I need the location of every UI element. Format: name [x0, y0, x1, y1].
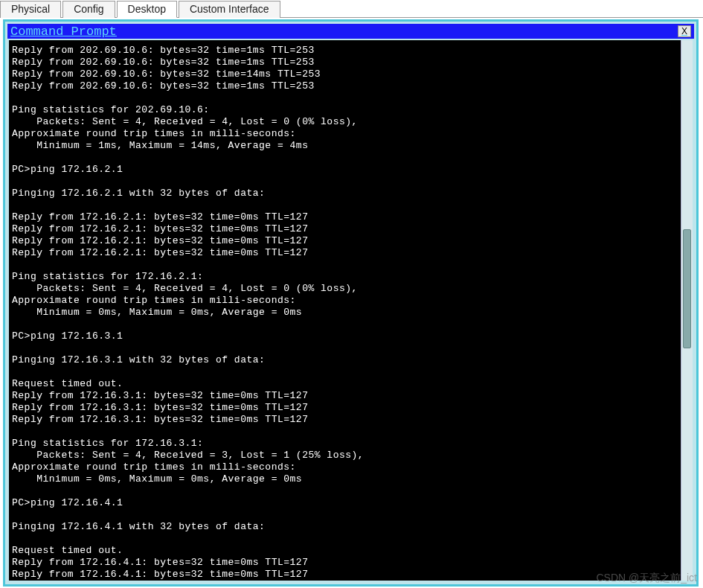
tab-desktop[interactable]: Desktop [117, 1, 177, 18]
tab-custom-interface[interactable]: Custom Interface [179, 1, 280, 18]
scrollbar[interactable] [681, 40, 693, 581]
window-title: Command Prompt [10, 25, 117, 39]
tab-bar: Physical Config Desktop Custom Interface [0, 0, 703, 18]
desktop-panel: Command Prompt X Reply from 202.69.10.6:… [3, 19, 699, 587]
close-button[interactable]: X [678, 25, 691, 37]
terminal-output: Reply from 202.69.10.6: bytes=32 time=1m… [12, 45, 678, 581]
watermark: CSDN @天亮之前_ict [596, 572, 697, 585]
terminal-container: Reply from 202.69.10.6: bytes=32 time=1m… [7, 39, 694, 582]
scroll-thumb[interactable] [683, 229, 691, 348]
window-titlebar[interactable]: Command Prompt X [7, 24, 694, 39]
tab-config[interactable]: Config [62, 1, 115, 18]
terminal[interactable]: Reply from 202.69.10.6: bytes=32 time=1m… [9, 40, 681, 581]
tab-physical[interactable]: Physical [0, 1, 61, 18]
